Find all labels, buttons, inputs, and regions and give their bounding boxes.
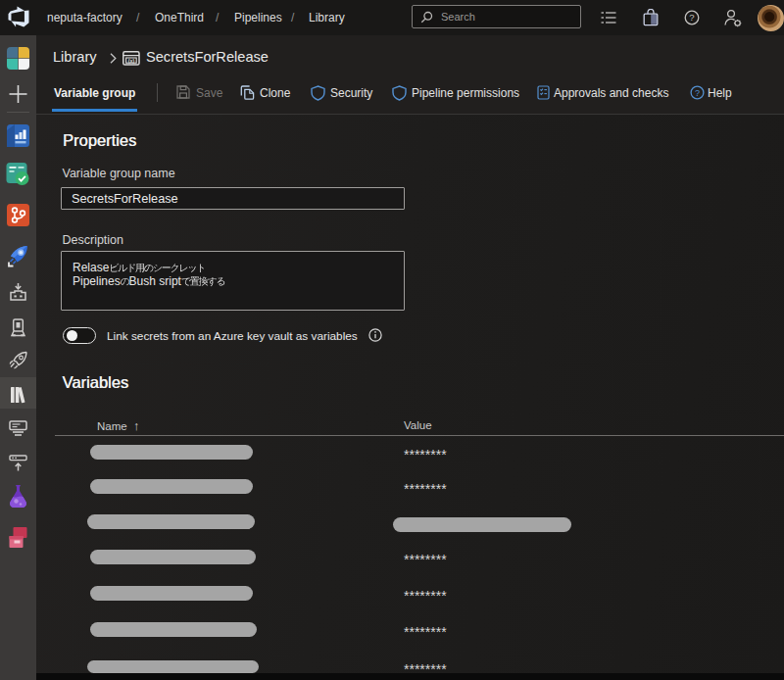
- svg-text:(x): (x): [128, 57, 135, 63]
- svg-text:Relase: Relase: [73, 261, 110, 274]
- svg-text:?: ?: [695, 88, 700, 98]
- svg-text:Pipelines: Pipelines: [73, 274, 121, 288]
- svg-text:?: ?: [689, 12, 694, 23]
- svg-text:Bush sript: Bush sript: [129, 274, 182, 288]
